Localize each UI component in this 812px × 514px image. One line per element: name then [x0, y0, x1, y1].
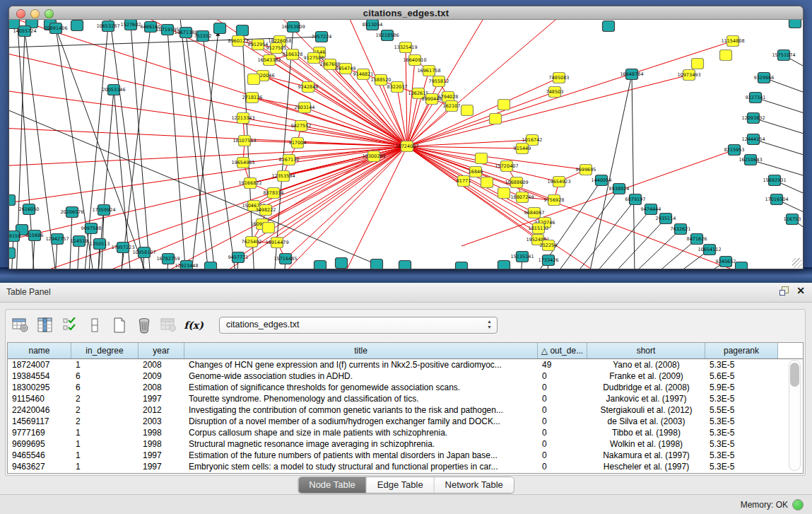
table-cell[interactable]: de Silva et al. (2003) — [587, 416, 705, 426]
tab-node-table[interactable]: Node Table — [298, 477, 367, 493]
table-cell[interactable]: 2008 — [139, 382, 184, 392]
table-cell[interactable]: 2012 — [139, 405, 184, 415]
table-cell[interactable]: 5.3E-5 — [705, 450, 778, 460]
table-cell[interactable]: Genome-wide association studies in ADHD. — [184, 371, 538, 381]
graph-node[interactable] — [490, 114, 502, 124]
rows-icon[interactable] — [86, 316, 104, 334]
graph-node[interactable] — [498, 261, 510, 269]
table-cell[interactable]: 49 — [538, 360, 587, 370]
column-header-short[interactable]: short — [587, 343, 705, 358]
table-cell[interactable]: Disruption of a novel member of a sodium… — [184, 416, 538, 426]
table-cell[interactable]: 1 — [71, 462, 139, 472]
table-row[interactable]: 1830029562008Estimation of significance … — [8, 382, 803, 393]
table-cell[interactable]: Corpus callosum shape and size in male p… — [184, 428, 538, 438]
graph-node[interactable] — [498, 188, 510, 199]
graph-node[interactable] — [314, 261, 326, 269]
table-cell[interactable]: Embryonic stem cells: a model to study s… — [184, 462, 538, 472]
table-cell[interactable]: 1 — [71, 360, 139, 370]
graph-node[interactable] — [263, 223, 275, 233]
table-cell[interactable]: 5.3E-5 — [705, 462, 778, 472]
table-cell[interactable]: Structural magnetic resonance image aver… — [184, 439, 538, 449]
table-cell[interactable]: 9699695 — [8, 439, 71, 449]
graph-node[interactable] — [603, 21, 615, 32]
graph-node[interactable] — [789, 20, 801, 28]
table-cell[interactable]: 2009 — [139, 371, 184, 381]
table-cell[interactable]: Hescheler et al. (1997) — [587, 462, 705, 472]
node-table[interactable]: namein_degreeyeartitle△ out_de...shortpa… — [7, 342, 804, 474]
table-cell[interactable]: 5.3E-5 — [705, 394, 778, 404]
graph-node[interactable] — [9, 248, 16, 259]
graph-node[interactable] — [214, 23, 226, 34]
table-cell[interactable]: 0 — [538, 428, 587, 438]
table-cell[interactable]: 1 — [71, 428, 139, 438]
table-cell[interactable]: 9115460 — [8, 394, 71, 404]
graph-node[interactable] — [481, 177, 493, 188]
table-cell[interactable]: 22420046 — [8, 405, 71, 415]
graph-node[interactable] — [736, 262, 748, 269]
table-cell[interactable]: 19384554 — [8, 371, 71, 381]
table-cell[interactable]: 5.3E-5 — [705, 416, 778, 426]
table-cell[interactable]: 0 — [538, 382, 587, 392]
table-cell[interactable]: Wolkin et al. (1998) — [587, 439, 705, 449]
table-cell[interactable]: Stergiakouli et al. (2012) — [587, 405, 705, 415]
table-cell[interactable]: 1998 — [139, 439, 184, 449]
table-vertical-scrollbar[interactable] — [789, 360, 801, 471]
float-panel-icon[interactable] — [779, 286, 788, 295]
table-cell[interactable]: 5.6E-5 — [705, 371, 778, 381]
table-cell[interactable]: 6 — [71, 382, 139, 392]
graph-node[interactable] — [248, 74, 260, 85]
table-cell[interactable]: Tourette syndrome. Phenomenology and cla… — [184, 394, 538, 404]
table-cell[interactable]: 2008 — [139, 360, 184, 370]
table-cell[interactable]: 1997 — [139, 450, 184, 460]
table-cell[interactable]: Investigating the contribution of common… — [184, 405, 538, 415]
delete-table-icon[interactable] — [135, 316, 153, 334]
table-panel-header[interactable]: Table Panel ✕ — [0, 283, 812, 303]
table-cell[interactable]: Yano et al. (2008) — [587, 360, 705, 370]
table-cell[interactable]: 9777169 — [8, 428, 71, 438]
function-builder-icon[interactable]: f(x) — [184, 316, 203, 334]
table-cell[interactable]: 2003 — [139, 416, 184, 426]
graph-node[interactable] — [71, 21, 83, 31]
table-cell[interactable]: 0 — [538, 405, 587, 415]
graph-node[interactable] — [9, 20, 20, 29]
table-cell[interactable]: Changes of HCN gene expression and I(f) … — [184, 360, 538, 370]
window-titlebar[interactable]: citations_edges.txt — [8, 6, 804, 20]
column-header-out_de[interactable]: △ out_de... — [538, 343, 587, 358]
table-cell[interactable]: 14569117 — [8, 416, 71, 426]
graph-node[interactable] — [9, 195, 16, 206]
table-cell[interactable]: 1 — [71, 450, 139, 460]
graph-node[interactable] — [399, 261, 411, 269]
table-cell[interactable]: 9465546 — [8, 450, 71, 460]
table-row[interactable]: 1872400712008Changes of HCN gene express… — [8, 359, 803, 370]
graph-node[interactable] — [456, 262, 468, 269]
table-row[interactable]: 2242004622012Investigating the contribut… — [8, 404, 803, 416]
table-row[interactable]: 946554611997Estimation of the future num… — [8, 450, 803, 461]
table-selector-dropdown[interactable]: citations_edges.txt ▲▼ — [219, 317, 498, 334]
tab-edge-table[interactable]: Edge Table — [367, 477, 435, 493]
tab-network-table[interactable]: Network Table — [435, 477, 514, 493]
graph-node[interactable] — [720, 50, 732, 61]
table-options-icon[interactable] — [11, 316, 30, 334]
table-cell[interactable]: 5.3E-5 — [705, 428, 778, 438]
close-panel-icon[interactable]: ✕ — [796, 286, 805, 296]
graph-node[interactable] — [692, 59, 704, 69]
table-cell[interactable]: 0 — [538, 394, 587, 404]
table-cell[interactable]: Estimation of the future numbers of pati… — [184, 450, 538, 460]
table-cell[interactable]: 5.3E-5 — [705, 360, 778, 370]
table-row[interactable]: 911546021997Tourette syndrome. Phenomeno… — [8, 393, 803, 404]
graph-node[interactable] — [476, 153, 488, 164]
table-cell[interactable]: Tibbo et al. (1998) — [587, 428, 705, 438]
table-cell[interactable]: Nakamura et al. (1997) — [587, 450, 705, 460]
table-cell[interactable]: 5.9E-5 — [705, 382, 778, 392]
column-header-pagerank[interactable]: pagerank — [705, 343, 778, 358]
table-cell[interactable]: 6 — [71, 371, 139, 381]
table-cell[interactable]: 1997 — [139, 462, 184, 472]
table-cell[interactable]: Estimation of significance thresholds fo… — [184, 382, 538, 392]
table-cell[interactable]: 1 — [71, 439, 139, 449]
table-cell[interactable]: 0 — [538, 416, 587, 426]
graph-node[interactable] — [461, 105, 473, 116]
table-cell[interactable]: 2 — [71, 405, 139, 415]
table-cell[interactable]: 0 — [538, 462, 587, 472]
citation-network-graph[interactable]: 1405572420891406106532871527602646616010… — [9, 20, 803, 269]
table-cell[interactable]: 5.3E-5 — [705, 439, 778, 449]
